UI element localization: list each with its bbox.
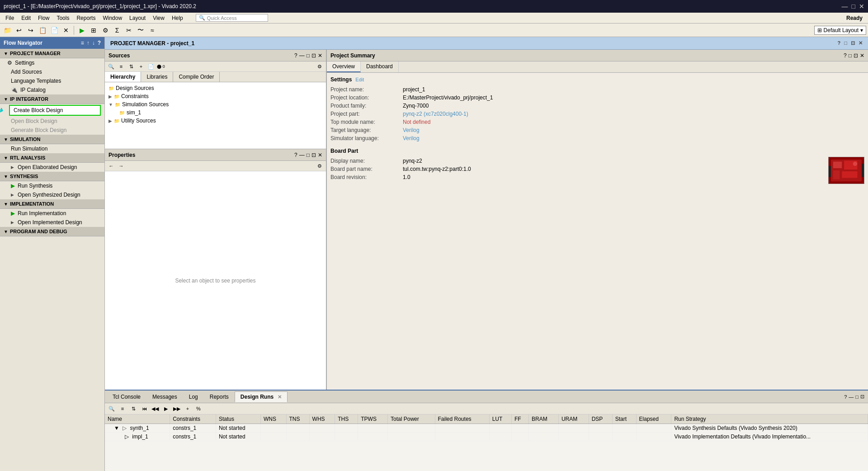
- dr-next-btn[interactable]: ▶▶: [172, 404, 182, 413]
- menu-edit[interactable]: Edit: [18, 14, 34, 22]
- tab-overview[interactable]: Overview: [327, 61, 361, 72]
- bottom-min-icon[interactable]: —: [849, 394, 854, 400]
- tree-item-constraints[interactable]: ▶ 📁 Constraints: [105, 92, 326, 100]
- props-back-btn[interactable]: ←: [107, 162, 116, 170]
- menu-file[interactable]: File: [2, 14, 18, 22]
- dr-prev-btn[interactable]: ◀◀: [150, 404, 160, 413]
- props-help-icon[interactable]: ?: [294, 152, 297, 158]
- summary-value-project-part[interactable]: pynq-z2 (xc7z020clg400-1): [403, 111, 468, 117]
- tree-item-utility-sources[interactable]: ▶ 📁 Utility Sources: [105, 117, 326, 125]
- sidebar-item-run-synthesis[interactable]: ▶ Run Synthesis: [0, 181, 104, 190]
- toolbar-cut-btn[interactable]: ✂: [123, 25, 134, 36]
- sidebar-item-open-synthesized-design[interactable]: Open Synthesized Design: [0, 190, 104, 199]
- sources-circle-btn[interactable]: ⬤ 0: [156, 62, 165, 71]
- pm-min-icon[interactable]: □: [844, 40, 847, 46]
- props-max-icon[interactable]: □: [307, 152, 310, 158]
- table-row-synth1[interactable]: ▼ ▷ synth_1 constrs_1 Not started: [105, 424, 868, 433]
- props-close-icon[interactable]: ✕: [318, 152, 322, 158]
- tab-compile-order[interactable]: Compile Order: [173, 72, 220, 82]
- minimize-button[interactable]: —: [842, 3, 848, 10]
- nav-down-icon[interactable]: ↓: [92, 40, 95, 46]
- tree-item-sim1[interactable]: 📁 sim_1: [105, 108, 326, 117]
- sidebar-item-ip-catalog[interactable]: 🔌 IP Catalog: [0, 85, 104, 94]
- tab-messages[interactable]: Messages: [146, 391, 183, 402]
- pm-help-icon[interactable]: ?: [838, 40, 841, 46]
- close-button[interactable]: ✕: [859, 3, 864, 10]
- dr-search-btn[interactable]: 🔍: [107, 404, 117, 413]
- nav-section-header-pad[interactable]: ▼ PROGRAM AND DEBUG: [0, 227, 104, 236]
- props-forward-btn[interactable]: →: [117, 162, 126, 170]
- sidebar-item-run-simulation[interactable]: Run Simulation: [0, 144, 104, 153]
- summary-value-top-module[interactable]: Not defined: [403, 119, 430, 125]
- layout-selector[interactable]: ⊞ Default Layout ▾: [814, 26, 866, 35]
- nav-help-icon[interactable]: ?: [98, 40, 101, 46]
- toolbar-config-btn[interactable]: ⚙: [100, 25, 111, 36]
- nav-section-header-ipi[interactable]: ▼ IP INTEGRATOR: [0, 94, 104, 104]
- sources-close-icon[interactable]: ✕: [318, 52, 322, 59]
- settings-edit-link[interactable]: Edit: [355, 77, 364, 82]
- toolbar-settings2-btn[interactable]: ⊞: [88, 25, 99, 36]
- dr-play-btn[interactable]: ▶: [161, 404, 171, 413]
- sources-search-btn[interactable]: 🔍: [107, 62, 116, 71]
- nav-section-header-rtl[interactable]: ▼ RTL ANALYSIS: [0, 153, 104, 163]
- toolbar-extra-btn[interactable]: ≈: [147, 25, 158, 36]
- tree-item-design-sources[interactable]: 📁 Design Sources: [105, 84, 326, 92]
- design-runs-close-icon[interactable]: ✕: [278, 394, 282, 400]
- bottom-full-icon[interactable]: ⊡: [860, 394, 864, 400]
- props-gear-btn[interactable]: ⚙: [315, 162, 324, 170]
- tab-tcl-console[interactable]: Tcl Console: [107, 391, 146, 402]
- toolbar-delete-btn[interactable]: ✕: [61, 25, 71, 36]
- sidebar-item-settings[interactable]: ⚙ Settings: [0, 58, 104, 67]
- toolbar-wave-btn[interactable]: 〜: [135, 25, 146, 36]
- pm-close-icon[interactable]: ✕: [859, 40, 863, 46]
- sources-add-btn[interactable]: +: [137, 62, 146, 71]
- nav-section-header-impl[interactable]: ▼ IMPLEMENTATION: [0, 199, 104, 209]
- toolbar-open-btn[interactable]: 📁: [2, 25, 13, 36]
- menu-reports[interactable]: Reports: [73, 14, 99, 22]
- toolbar-copy-btn[interactable]: 📋: [37, 25, 48, 36]
- menu-view[interactable]: View: [149, 14, 168, 22]
- menu-window[interactable]: Window: [99, 14, 126, 22]
- sidebar-item-language-templates[interactable]: Language Templates: [0, 76, 104, 85]
- nav-pin-icon[interactable]: ≡: [81, 40, 84, 46]
- props-full-icon[interactable]: ⊡: [311, 152, 316, 158]
- sources-max-icon[interactable]: □: [307, 52, 310, 59]
- sources-sort-btn[interactable]: ⇅: [127, 62, 136, 71]
- tab-reports[interactable]: Reports: [204, 391, 235, 402]
- summary-help-icon[interactable]: ?: [844, 52, 847, 59]
- menu-layout[interactable]: Layout: [126, 14, 149, 22]
- maximize-button[interactable]: □: [852, 3, 855, 10]
- sidebar-item-create-block-design[interactable]: Create Block Design ➜: [9, 105, 101, 116]
- sources-full-icon[interactable]: ⊡: [311, 52, 316, 59]
- tab-dashboard[interactable]: Dashboard: [361, 61, 399, 72]
- nav-section-header-sim[interactable]: ▼ SIMULATION: [0, 135, 104, 144]
- tab-hierarchy[interactable]: Hierarchy: [105, 72, 141, 82]
- toolbar-paste-btn[interactable]: 📄: [49, 25, 60, 36]
- summary-value-target-language[interactable]: Verilog: [403, 127, 420, 133]
- summary-value-simulator-language[interactable]: Verilog: [403, 135, 420, 141]
- dr-add-btn[interactable]: +: [183, 404, 193, 413]
- props-min-icon[interactable]: —: [299, 152, 305, 158]
- nav-up-icon[interactable]: ↑: [87, 40, 90, 46]
- sources-gear-btn[interactable]: ⚙: [315, 62, 324, 71]
- toolbar-sigma-btn[interactable]: Σ: [112, 25, 123, 36]
- sidebar-item-open-implemented-design[interactable]: Open Implemented Design: [0, 218, 104, 227]
- tab-libraries[interactable]: Libraries: [141, 72, 173, 82]
- tree-item-simulation-sources[interactable]: ▼ 📁 Simulation Sources: [105, 100, 326, 108]
- sources-file-btn[interactable]: 📄: [146, 62, 156, 71]
- sources-min-icon[interactable]: —: [299, 52, 305, 59]
- table-row-impl1[interactable]: ▷ impl_1 constrs_1 Not started: [105, 433, 868, 441]
- quick-access-input[interactable]: 🔍 Quick Access: [196, 14, 268, 22]
- dr-filter-btn[interactable]: ≡: [118, 404, 127, 413]
- dr-percent-btn[interactable]: %: [193, 404, 203, 413]
- tab-log[interactable]: Log: [183, 391, 204, 402]
- summary-max-icon[interactable]: ⊡: [854, 52, 858, 59]
- toolbar-run-btn[interactable]: ▶: [76, 25, 87, 36]
- tab-design-runs[interactable]: Design Runs ✕: [235, 391, 288, 402]
- menu-flow[interactable]: Flow: [34, 14, 53, 22]
- menu-tools[interactable]: Tools: [53, 14, 73, 22]
- sources-filter-btn[interactable]: ≡: [117, 62, 126, 71]
- sidebar-item-add-sources[interactable]: Add Sources: [0, 67, 104, 76]
- pm-max-icon[interactable]: ⊡: [851, 40, 855, 46]
- toolbar-undo-btn[interactable]: ↩: [14, 25, 24, 36]
